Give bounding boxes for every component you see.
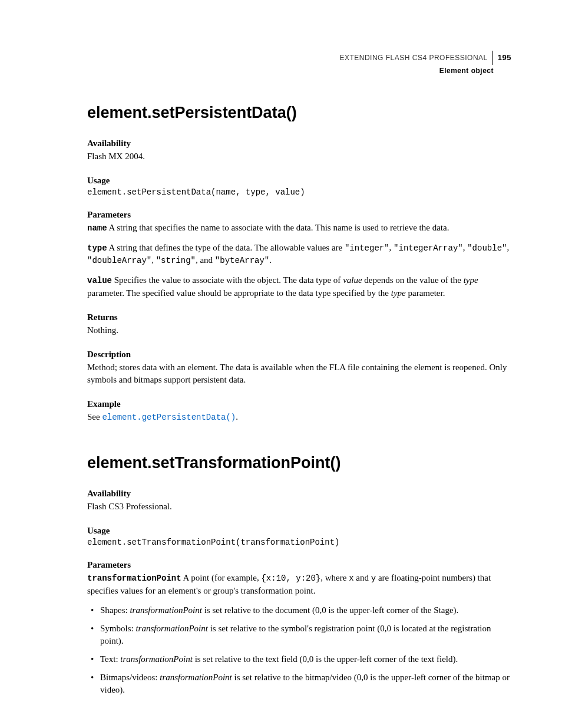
param-type-v1: "integer" — [345, 243, 389, 253]
b3-post: is set relative to the text field (0,0 i… — [193, 654, 458, 664]
param-value-em3: type — [391, 288, 406, 298]
param-value-em1: value — [343, 275, 362, 285]
param-name-text: A string that specifies the name to asso… — [107, 223, 449, 232]
page-header: EXTENDING FLASH CS4 PROFESSIONAL 195 Ele… — [87, 51, 511, 75]
b1-post: is set relative to the document (0,0 is … — [202, 605, 458, 615]
b2-pre: Symbols: — [100, 624, 135, 633]
param-tp-ex: {x:10, y:20} — [261, 574, 320, 583]
b1-pre: Shapes: — [100, 605, 130, 615]
list-item: Symbols: transformationPoint is set rela… — [87, 622, 511, 647]
page-number: 195 — [498, 52, 511, 63]
param-tp-mid2: and — [354, 573, 371, 582]
param-tp-y: y — [371, 574, 376, 583]
param-type-v3: "double" — [467, 243, 507, 253]
comma1: , — [389, 243, 394, 252]
example-post: . — [236, 412, 238, 421]
param-value: value Specifies the value to associate w… — [87, 274, 511, 299]
param-value-pre: Specifies the value to associate with th… — [112, 275, 343, 285]
param-name: name A string that specifies the name to… — [87, 222, 511, 235]
param-value-post: parameter. The specified value should be… — [87, 288, 391, 298]
subhead-returns: Returns — [87, 312, 511, 322]
param-tp-pre: A point (for example, — [181, 573, 262, 582]
param-tp-x: x — [349, 574, 353, 583]
b3-pre: Text: — [100, 654, 120, 664]
param-value-em2: type — [464, 275, 478, 285]
comma4: , — [151, 255, 156, 265]
header-title: EXTENDING FLASH CS4 PROFESSIONAL — [339, 53, 487, 62]
comma3: , — [507, 243, 509, 252]
param-type-v4: "doubleArray" — [87, 256, 151, 265]
param-value-code: value — [87, 276, 112, 285]
b4-em: transformationPoint — [160, 673, 232, 682]
b4-pre: Bitmaps/videos: — [100, 673, 160, 682]
param-type: type A string that defines the type of t… — [87, 242, 511, 267]
subhead-usage: Usage — [87, 176, 511, 186]
description-text: Method; stores data with an element. The… — [87, 361, 511, 386]
param-type-code: type — [87, 243, 107, 253]
subhead-parameters: Parameters — [87, 210, 511, 220]
example-pre: See — [87, 412, 102, 421]
param-tp-mid1: , where — [320, 573, 349, 582]
example-text: See element.getPersistentData(). — [87, 411, 511, 424]
header-divider-icon — [492, 51, 493, 65]
section-heading-setpersistentdata: element.setPersistentData() — [87, 104, 511, 122]
usage-code: element.setPersistentData(name, type, va… — [87, 187, 511, 197]
param-type-pre: A string that defines the type of the da… — [107, 243, 345, 252]
header-line-1: EXTENDING FLASH CS4 PROFESSIONAL 195 — [339, 51, 511, 65]
list-item: Bitmaps/videos: transformationPoint is s… — [87, 671, 511, 696]
usage-code-2: element.setTransformationPoint(transform… — [87, 538, 511, 547]
returns-text: Nothing. — [87, 324, 511, 337]
subhead-availability: Availability — [87, 139, 511, 149]
section-heading-settransformationpoint: element.setTransformationPoint() — [87, 454, 511, 472]
param-tp-code: transformationPoint — [87, 574, 181, 583]
availability-text-2: Flash CS3 Professional. — [87, 500, 511, 513]
period1: . — [269, 255, 272, 265]
param-value-end: parameter. — [406, 288, 445, 298]
param-transformationpoint: transformationPoint A point (for example… — [87, 572, 511, 597]
param-type-and: , and — [196, 255, 215, 265]
b2-em: transformationPoint — [135, 624, 208, 633]
subhead-example: Example — [87, 399, 511, 409]
subhead-availability-2: Availability — [87, 489, 511, 499]
param-type-v2: "integerArray" — [394, 243, 463, 253]
list-item: Shapes: transformationPoint is set relat… — [87, 604, 511, 617]
param-type-v6: "byteArray" — [215, 256, 269, 265]
subhead-description: Description — [87, 350, 511, 360]
bullet-list: Shapes: transformationPoint is set relat… — [87, 604, 511, 696]
example-link[interactable]: element.getPersistentData() — [102, 413, 236, 422]
availability-text: Flash MX 2004. — [87, 150, 511, 163]
param-type-v5: "string" — [156, 256, 196, 265]
subhead-usage-2: Usage — [87, 526, 511, 536]
header-crumb: Element object — [87, 66, 511, 75]
list-item: Text: transformationPoint is set relativ… — [87, 653, 511, 666]
b1-em: transformationPoint — [130, 605, 202, 615]
b3-em: transformationPoint — [120, 654, 193, 664]
document-page: EXTENDING FLASH CS4 PROFESSIONAL 195 Ele… — [0, 0, 562, 728]
param-name-code: name — [87, 223, 107, 233]
param-value-mid: depends on the value of the — [362, 275, 464, 285]
subhead-parameters-2: Parameters — [87, 560, 511, 570]
